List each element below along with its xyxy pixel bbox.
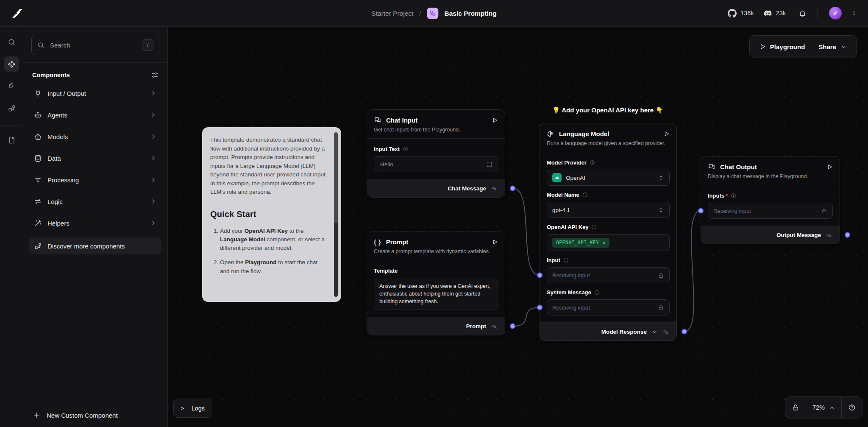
prompt-output-handle[interactable] [510, 324, 515, 329]
rail-search-button[interactable] [4, 34, 19, 50]
chat-input-node[interactable]: Chat Input Get chat inputs from the Play… [367, 109, 505, 198]
node-description: Get chat inputs from the Playground. [367, 127, 505, 139]
topbar-right-cluster: 136k 23k [728, 7, 857, 20]
info-icon[interactable] [582, 192, 588, 198]
search-field[interactable]: / [31, 35, 159, 55]
chevron-down-icon [840, 44, 847, 50]
inspect-output-button[interactable] [826, 232, 832, 238]
input-field: Receiving input [547, 267, 670, 283]
share-button[interactable]: Share [812, 36, 854, 58]
chat-bubbles-icon [374, 116, 381, 124]
language-model-input-handle[interactable] [537, 273, 542, 278]
notifications-button[interactable] [798, 9, 807, 17]
zoom-level-button[interactable]: 72% [806, 397, 841, 418]
wand-icon [34, 219, 42, 227]
lock-canvas-button[interactable] [785, 397, 806, 418]
breadcrumb-project[interactable]: Starter Project [371, 10, 413, 17]
search-input[interactable] [49, 41, 137, 49]
chat-output-header: Chat Output [701, 156, 840, 173]
output-switch-button[interactable] [651, 329, 658, 335]
chevron-right-icon [150, 155, 157, 162]
info-icon[interactable] [403, 146, 408, 152]
template-textarea[interactable]: Answer the user as if you were a GenAI e… [374, 278, 498, 310]
prompt-node[interactable]: { } Prompt Create a prompt template with… [367, 232, 505, 335]
sidebar-item-label: Input / Output [47, 90, 145, 97]
sidebar-item-agents[interactable]: Agents [29, 106, 161, 123]
run-node-button[interactable] [492, 239, 498, 245]
chat-output-input-handle[interactable] [698, 208, 704, 214]
info-icon[interactable] [563, 257, 569, 263]
flow-canvas[interactable]: Playground Share This template demonstra… [168, 27, 868, 427]
search-icon [37, 42, 45, 49]
sidebar-item-helpers[interactable]: Helpers [29, 215, 161, 232]
langflow-app: Starter Project / Basic Prompting 136k 2… [0, 0, 868, 427]
node-title: Prompt [386, 238, 487, 246]
sidebar-item-processing[interactable]: Processing [29, 171, 161, 188]
info-icon[interactable] [594, 290, 600, 295]
run-node-button[interactable] [663, 131, 670, 137]
logs-button[interactable]: >_ Logs [173, 399, 212, 418]
inspect-output-button[interactable] [491, 185, 497, 192]
note-steps: Add your OpenAI API Key to the Language … [210, 227, 328, 276]
info-icon[interactable] [590, 160, 595, 165]
account-menu-button[interactable] [851, 10, 857, 16]
rail-mcp-button[interactable] [4, 100, 19, 116]
rail-components-button[interactable] [4, 56, 19, 72]
rail-notes-button[interactable] [4, 132, 19, 148]
chevron-right-icon [150, 220, 157, 226]
user-avatar[interactable] [829, 7, 842, 20]
language-model-node[interactable]: Language Model Runs a language model giv… [540, 123, 677, 341]
langflow-logo-icon[interactable] [11, 7, 24, 20]
info-icon[interactable] [591, 224, 597, 230]
run-node-button[interactable] [492, 117, 498, 123]
chat-input-output-handle[interactable] [510, 186, 515, 191]
sidebar-bottom: New Custom Component [23, 403, 167, 427]
node-body: Input Text [367, 139, 505, 179]
sidebar-item-label: Models [47, 133, 145, 140]
language-model-output-handle[interactable] [682, 329, 687, 335]
input-text-field[interactable] [374, 156, 498, 172]
remove-tag-button[interactable]: × [602, 240, 606, 246]
terminal-icon: >_ [181, 405, 187, 411]
note-scrollbar[interactable] [334, 132, 338, 297]
model-name-select[interactable]: gpt-4.1 [547, 202, 670, 218]
api-key-field[interactable]: OPENAI_API_KEY × [547, 234, 670, 251]
note-card[interactable]: This template demonstrates a standard ch… [202, 127, 341, 302]
run-node-button[interactable] [826, 164, 833, 170]
discord-members[interactable]: 23k [763, 9, 786, 18]
playground-button[interactable]: Playground [752, 36, 812, 58]
prompt-header: { } Prompt [367, 232, 505, 248]
inspect-output-button[interactable] [662, 329, 669, 335]
new-custom-component-button[interactable]: New Custom Component [23, 403, 167, 427]
icon-rail [0, 27, 23, 427]
topbar-divider [818, 8, 818, 19]
new-custom-component-label: New Custom Component [47, 412, 118, 419]
help-button[interactable] [841, 397, 862, 418]
inspect-output-button[interactable] [491, 323, 497, 329]
sidebar-filter-button[interactable] [151, 71, 159, 79]
node-output-row: Output Message [701, 226, 840, 244]
expand-button[interactable] [486, 161, 492, 167]
rocket-icon [832, 9, 839, 17]
chat-output-node[interactable]: Chat Output Display a chat message in th… [701, 156, 840, 244]
components-menu: Input / Output Agents Models Data [23, 83, 167, 259]
discover-more-components-button[interactable]: Discover more components [29, 237, 161, 254]
model-provider-select[interactable]: OpenAI [547, 170, 670, 186]
chat-output-output-handle[interactable] [845, 232, 850, 238]
inputs-field: Receiving input [708, 203, 833, 219]
github-stars[interactable]: 136k [728, 9, 754, 18]
sidebar-item-logic[interactable]: Logic [29, 193, 161, 210]
sidebar-item-models[interactable]: Models [29, 128, 161, 145]
flow-name[interactable]: Basic Prompting [445, 10, 497, 17]
note-heading: Quick Start [210, 209, 328, 219]
sidebar-item-input-output[interactable]: Input / Output [29, 85, 161, 102]
info-icon[interactable] [731, 193, 736, 198]
node-title: Language Model [559, 130, 659, 137]
playground-label: Playground [770, 43, 805, 50]
input-text-value[interactable] [379, 161, 483, 168]
unlock-icon [792, 404, 799, 411]
share-label: Share [818, 43, 836, 50]
rail-bundles-button[interactable] [4, 78, 19, 94]
language-model-system-message-handle[interactable] [537, 305, 542, 310]
sidebar-item-data[interactable]: Data [29, 150, 161, 167]
